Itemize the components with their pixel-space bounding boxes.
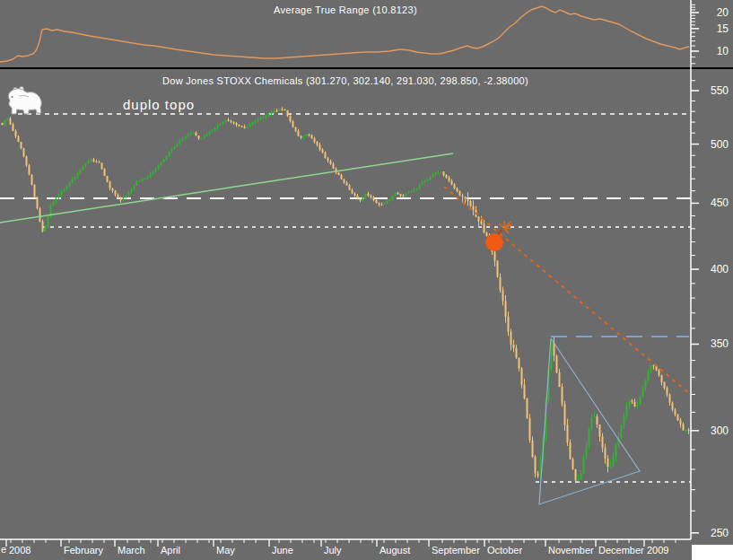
x-axis-month-label: February (64, 545, 104, 556)
candle-body (295, 127, 297, 131)
candle-body (4, 120, 6, 125)
candle-body (209, 132, 211, 135)
candle-body (583, 457, 585, 473)
green-trendline[interactable] (0, 153, 453, 223)
candle-body (85, 163, 87, 166)
candle-body (529, 418, 531, 440)
candle-body (249, 125, 251, 127)
candle-body (648, 372, 650, 381)
candle-body (497, 261, 499, 277)
x-axis-month-label: March (118, 545, 145, 556)
candle-body (61, 191, 63, 195)
candle-body (190, 133, 192, 135)
candle-body (287, 110, 289, 116)
candle-body (236, 123, 238, 125)
candle-body (45, 226, 47, 232)
candle-body (537, 474, 539, 477)
candle-body (150, 173, 152, 177)
y-axis-label: 500 (711, 138, 729, 151)
candle-body (688, 430, 690, 431)
candle-body (174, 146, 176, 149)
candle-body (290, 116, 292, 121)
candle-body (188, 135, 189, 136)
candle-body (128, 192, 130, 196)
candle-body (225, 120, 227, 122)
main-panel-title: Dow Jones STOXX Chemicals (301.270, 302.… (0, 75, 691, 86)
candle-body (233, 122, 235, 124)
y-axis-label: 250 (711, 527, 729, 539)
candle-body (161, 162, 162, 165)
candle-body (255, 121, 257, 123)
candle-body (400, 194, 402, 196)
candle-body (2, 123, 4, 125)
candle-body (214, 128, 216, 130)
candle-body (153, 171, 154, 173)
candle-body (599, 424, 601, 436)
candle-body (659, 371, 660, 376)
candle-body (319, 144, 321, 149)
candle-body (201, 138, 203, 139)
candle-body (368, 194, 370, 196)
candle-body (282, 109, 284, 110)
candle-body (459, 191, 461, 196)
candle-body (591, 417, 593, 429)
candle-body (72, 179, 74, 183)
y-axis-label: 300 (711, 424, 729, 437)
candle-body (166, 156, 168, 160)
candle-body (510, 332, 512, 345)
candle-body (34, 185, 36, 197)
candle-body (314, 138, 316, 142)
candle-body (333, 164, 335, 169)
candle-body (642, 389, 644, 398)
candle-body (279, 109, 281, 111)
candle-body (271, 113, 273, 114)
candle-body (414, 189, 415, 191)
candle-body (69, 183, 71, 187)
candle-body (395, 193, 397, 196)
candle-body (362, 197, 364, 200)
candle-body (241, 126, 243, 127)
chart-window: 1015202503003504004505005502008FebruaryM… (0, 0, 733, 560)
candle-body (505, 302, 507, 317)
bomb-icon[interactable] (485, 233, 503, 251)
candle-body (484, 224, 485, 233)
candle-body (228, 120, 230, 121)
candle-body (392, 196, 394, 199)
candle-body (683, 424, 685, 430)
x-axis-month-label: October (487, 545, 522, 556)
bomb-fuse-icon (498, 230, 502, 234)
candle-body (516, 348, 518, 358)
candle-body (597, 416, 598, 424)
candle-body (680, 420, 682, 424)
candle-body (263, 118, 265, 118)
candle-body (204, 136, 205, 138)
candle-body (559, 372, 561, 387)
candle-body (478, 217, 480, 222)
candle-body (298, 131, 300, 136)
candle-body (39, 208, 41, 222)
candle-body (217, 125, 219, 128)
candle-body (169, 152, 170, 156)
bear-icon[interactable] (1, 85, 44, 119)
candle-body (99, 162, 100, 163)
candle-body (653, 365, 655, 366)
candle-body (171, 149, 173, 151)
candle-body (575, 469, 577, 481)
candle-body (301, 136, 302, 138)
atr-axis-label: 20 (717, 6, 729, 19)
candle-body (66, 186, 68, 188)
duplo-topo-annotation[interactable]: duplo topo (123, 97, 195, 112)
candle-body (556, 355, 558, 372)
candle-body (198, 136, 200, 138)
candle-body (508, 317, 510, 332)
candle-body (527, 398, 528, 418)
candle-body (244, 127, 246, 128)
candle-body (182, 138, 184, 140)
candle-body (376, 200, 378, 203)
candle-body (381, 205, 383, 206)
candle-body (615, 445, 617, 456)
candle-body (626, 407, 628, 416)
candle-body (685, 430, 687, 431)
candle-body (158, 165, 160, 169)
candle-body (650, 365, 652, 372)
